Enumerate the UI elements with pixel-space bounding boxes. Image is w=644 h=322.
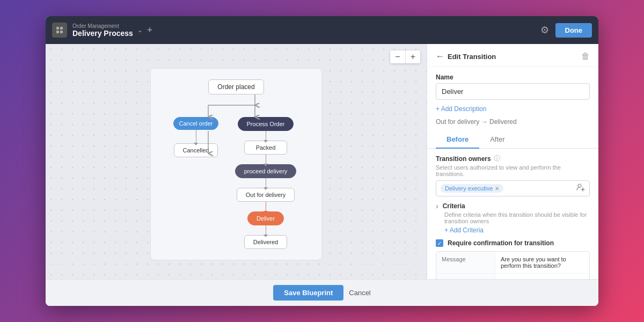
branch-left: Cancel order Cancelled xyxy=(172,117,220,157)
header-title-group: Order Management Delivery Process xyxy=(72,23,133,38)
app-window: Order Management Delivery Process ⌄ + ⚙ … xyxy=(46,16,598,306)
canvas-area[interactable]: − + Order placed xyxy=(46,44,427,279)
tab-after[interactable]: After xyxy=(479,131,515,149)
panel-tabs: Before After xyxy=(427,131,598,149)
node-process-order[interactable]: Process Order xyxy=(238,117,294,131)
tab-before[interactable]: Before xyxy=(436,131,479,149)
info-icon: ⓘ xyxy=(494,154,500,163)
transition-owners-desc: Select users authorized to view and perf… xyxy=(436,164,590,177)
remove-tag-button[interactable]: ✕ xyxy=(495,186,499,192)
transition-owners-section: Transition owners ⓘ Select users authori… xyxy=(436,154,590,196)
require-confirmation-row: ✓ Require confirmation for transition xyxy=(436,239,590,247)
zoom-controls: − + xyxy=(390,50,420,63)
zoom-in-button[interactable]: + xyxy=(405,50,420,63)
add-description-link[interactable]: + Add Description xyxy=(436,105,590,113)
arrow-deliver-to-delivered xyxy=(266,225,266,235)
delete-button[interactable]: 🗑 xyxy=(581,52,590,61)
node-cancel-order[interactable]: Cancel order xyxy=(173,117,219,130)
header: Order Management Delivery Process ⌄ + ⚙ … xyxy=(46,16,598,44)
confirmation-section: ✓ Require confirmation for transition Me… xyxy=(436,239,590,279)
node-order-placed[interactable]: Order placed xyxy=(208,79,264,94)
require-confirmation-checkbox[interactable]: ✓ xyxy=(436,239,443,247)
confirm-execution-row: Confirm execution Yes xyxy=(436,274,589,279)
message-label: Message xyxy=(436,252,495,273)
svg-rect-2 xyxy=(56,31,59,33)
cancel-button[interactable]: Cancel xyxy=(349,289,370,297)
panel-title: Edit Transition xyxy=(448,53,496,61)
name-label: Name xyxy=(436,74,590,81)
flow-info: Out for delivery → Delivered xyxy=(436,118,590,126)
criteria-row: › Criteria xyxy=(436,202,590,210)
arrow-out-to-deliver xyxy=(266,202,266,211)
criteria-desc: Define criteria when this transition sho… xyxy=(444,211,590,224)
chevron-down-icon[interactable]: ⌄ xyxy=(137,26,143,34)
name-field-group: Name xyxy=(436,74,590,100)
flow-diagram: Order placed xyxy=(150,68,322,260)
require-confirmation-label: Require confirmation for transition xyxy=(448,239,554,247)
svg-rect-0 xyxy=(56,27,59,30)
back-arrow-icon: ← xyxy=(436,52,444,61)
owner-tag: Delivery executive ✕ xyxy=(441,184,503,193)
main-content: − + Order placed xyxy=(46,44,598,279)
add-criteria-link[interactable]: + Add Criteria xyxy=(444,226,590,234)
confirm-execution-label: Confirm execution xyxy=(436,274,495,279)
svg-point-9 xyxy=(578,184,581,187)
owners-tag-input[interactable]: Delivery executive ✕ xyxy=(436,180,590,196)
user-add-icon[interactable] xyxy=(576,183,585,194)
transition-owners-label: Transition owners xyxy=(436,155,491,163)
main-flow: Process Order Packed proceed delivery Ou… xyxy=(231,117,301,249)
svg-rect-3 xyxy=(60,31,63,33)
criteria-label: Criteria xyxy=(443,202,465,210)
arrow-packed-to-proceed xyxy=(266,155,266,164)
app-logo xyxy=(52,23,67,38)
zoom-out-button[interactable]: − xyxy=(390,50,405,63)
arrow-proceed-to-outfordelivery xyxy=(266,178,266,188)
back-button[interactable]: ← Edit Transition xyxy=(436,52,581,61)
flow-top: Order placed xyxy=(208,79,264,94)
gear-icon[interactable]: ⚙ xyxy=(540,24,549,36)
criteria-section: › Criteria Define criteria when this tra… xyxy=(436,202,590,234)
svg-rect-1 xyxy=(60,27,63,30)
save-blueprint-button[interactable]: Save Blueprint xyxy=(273,285,343,301)
panel-body: Name + Add Description Out for delivery … xyxy=(427,67,598,279)
message-value: Are you sure you want to perform this tr… xyxy=(495,252,589,273)
done-button[interactable]: Done xyxy=(555,23,592,38)
bottom-bar: Save Blueprint Cancel xyxy=(46,279,598,306)
add-tab-icon[interactable]: + xyxy=(147,25,153,36)
arrow-cancel-to-cancelled xyxy=(196,130,196,143)
confirm-execution-value: Yes xyxy=(495,274,589,279)
right-panel: ← Edit Transition 🗑 Name + Add Descripti… xyxy=(427,44,598,279)
panel-header: ← Edit Transition 🗑 xyxy=(427,44,598,67)
arrow-process-to-packed xyxy=(266,131,266,141)
header-subtitle: Order Management xyxy=(72,23,133,29)
header-title: Delivery Process xyxy=(72,29,133,38)
criteria-collapse-icon[interactable]: › xyxy=(436,202,438,210)
message-row: Message Are you sure you want to perform… xyxy=(436,252,589,274)
name-input[interactable] xyxy=(436,83,590,100)
confirmation-table: Message Are you sure you want to perform… xyxy=(436,251,590,279)
